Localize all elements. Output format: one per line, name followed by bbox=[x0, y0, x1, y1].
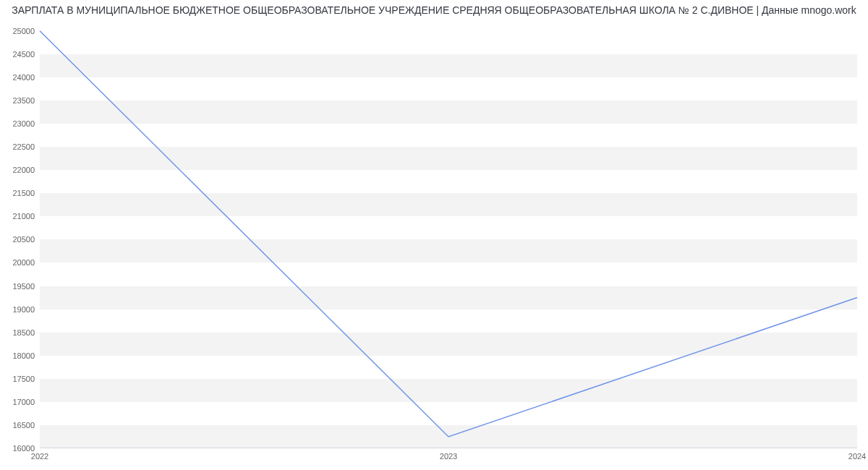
y-tick-label: 20000 bbox=[2, 258, 35, 267]
y-tick-label: 21000 bbox=[2, 212, 35, 221]
y-tick-label: 25000 bbox=[2, 27, 35, 35]
y-tick-label: 22500 bbox=[2, 142, 35, 151]
x-tick-label: 2022 bbox=[31, 452, 48, 461]
salary-series bbox=[40, 31, 857, 437]
y-tick-label: 24000 bbox=[2, 73, 35, 82]
y-tick-label: 24500 bbox=[2, 50, 35, 59]
y-tick-label: 18000 bbox=[2, 351, 35, 360]
y-tick-label: 23000 bbox=[2, 119, 35, 128]
y-tick-label: 21500 bbox=[2, 189, 35, 197]
y-tick-label: 17000 bbox=[2, 398, 35, 406]
y-tick-label: 19000 bbox=[2, 305, 35, 314]
line-layer bbox=[40, 22, 857, 448]
x-tick-label: 2024 bbox=[848, 452, 866, 461]
y-tick-label: 19500 bbox=[2, 282, 35, 291]
y-tick-label: 16000 bbox=[2, 444, 35, 453]
y-tick-label: 16500 bbox=[2, 421, 35, 430]
plot-area bbox=[40, 22, 857, 448]
y-tick-label: 20500 bbox=[2, 235, 35, 244]
chart-title: ЗАРПЛАТА В МУНИЦИПАЛЬНОЕ БЮДЖЕТНОЕ ОБЩЕО… bbox=[0, 4, 868, 16]
y-tick-label: 22000 bbox=[2, 166, 35, 174]
x-tick-label: 2023 bbox=[440, 452, 457, 461]
y-tick-label: 18500 bbox=[2, 328, 35, 337]
y-tick-label: 23500 bbox=[2, 96, 35, 105]
y-tick-label: 17500 bbox=[2, 375, 35, 383]
